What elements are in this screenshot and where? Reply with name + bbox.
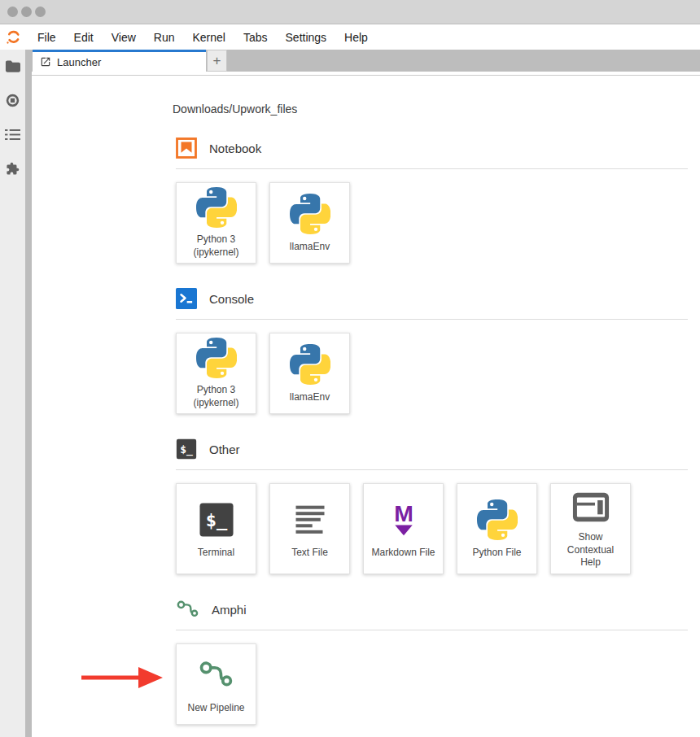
sidebar-item-running-kernels[interactable] [4, 93, 22, 111]
section-divider [176, 319, 688, 320]
section-label: Notebook [209, 142, 261, 155]
python-icon [290, 343, 330, 386]
menu-edit[interactable]: Edit [65, 31, 103, 44]
card-row: New Pipeline [176, 643, 688, 725]
svg-text:$_: $_ [205, 510, 227, 530]
section-console: ConsolePython 3 (ipykernel)llamaEnv [176, 288, 688, 414]
section-label: Console [209, 292, 254, 306]
window-titlebar [0, 0, 700, 24]
card-label: Show Contextual Help [556, 531, 625, 569]
menu-view[interactable]: View [103, 31, 145, 44]
launcher-panel: Downloads/Upwork_files NotebookPython 3 … [32, 76, 700, 737]
tab-launcher[interactable]: Launcher [33, 50, 206, 72]
menu-kernel[interactable]: Kernel [183, 31, 234, 44]
menu-bar: FileEditViewRunKernelTabsSettingsHelp [0, 24, 700, 50]
terminal-icon: $_ [199, 499, 234, 541]
traffic-light-minimize[interactable] [21, 7, 32, 17]
launcher-tab-icon [40, 56, 51, 68]
card-label: llamaEnv [290, 391, 330, 404]
card-show-contextual-help[interactable]: Show Contextual Help [550, 483, 631, 574]
current-directory-path: Downloads/Upwork_files [173, 102, 688, 116]
card-python-3-ipykernel[interactable]: Python 3 (ipykernel) [176, 182, 256, 264]
traffic-light-zoom[interactable] [35, 7, 46, 17]
card-label: Text File [291, 547, 328, 560]
sidebar-item-extension-manager[interactable] [4, 161, 22, 179]
section-label: Amphi [212, 603, 247, 617]
text-file-icon [295, 499, 326, 541]
terminal-icon: $_ [176, 438, 197, 460]
left-activity-bar [0, 50, 25, 737]
traffic-light-close[interactable] [7, 7, 18, 17]
pipeline-icon [176, 600, 199, 619]
tab-label: Launcher [57, 56, 101, 68]
card-llamaenv[interactable]: llamaEnv [269, 182, 350, 264]
card-llamaenv[interactable]: llamaEnv [269, 333, 350, 414]
section-divider [176, 630, 688, 630]
red-arrow-annotation [81, 666, 163, 689]
svg-text:M: M [394, 503, 413, 526]
section-other-header: $_Other [176, 438, 688, 460]
menu-file[interactable]: File [28, 31, 65, 44]
section-console-header: Console [176, 288, 688, 309]
card-row: $_TerminalText FileMMarkdown FilePython … [176, 483, 688, 574]
python-icon [477, 499, 518, 541]
python-icon [196, 338, 237, 378]
card-text-file[interactable]: Text File [269, 483, 350, 574]
folder-icon [5, 59, 20, 76]
tab-bar: Launcher + [32, 50, 700, 72]
sidebar-item-table-of-contents[interactable] [4, 127, 22, 145]
console-icon [176, 288, 197, 309]
new-tab-button[interactable]: + [207, 50, 227, 72]
puzzle-icon [5, 162, 20, 179]
card-new-pipeline[interactable]: New Pipeline [176, 643, 256, 725]
toc-list-icon [5, 128, 20, 145]
card-label: Markdown File [371, 547, 435, 560]
section-other: $_Other$_TerminalText FileMMarkdown File… [176, 438, 688, 574]
pipeline-icon [198, 654, 234, 696]
card-markdown-file[interactable]: MMarkdown File [363, 483, 444, 574]
section-amphi: AmphiNew Pipeline [176, 599, 688, 725]
card-python-3-ipykernel[interactable]: Python 3 (ipykernel) [176, 333, 256, 414]
card-label: New Pipeline [187, 702, 244, 715]
card-terminal[interactable]: $_Terminal [176, 483, 256, 574]
menu-run[interactable]: Run [145, 31, 184, 44]
sidebar-item-file-browser[interactable] [4, 59, 22, 76]
section-notebook-header: Notebook [176, 137, 688, 159]
notebook-icon [176, 137, 197, 159]
section-divider [176, 469, 688, 470]
card-row: Python 3 (ipykernel)llamaEnv [176, 182, 688, 264]
card-label: Python File [472, 547, 521, 560]
card-row: Python 3 (ipykernel)llamaEnv [176, 333, 688, 414]
amphi-logo-icon [3, 28, 23, 47]
card-label: Python 3 (ipykernel) [182, 233, 251, 259]
running-circle-icon [5, 94, 20, 111]
section-notebook: NotebookPython 3 (ipykernel)llamaEnv [176, 137, 688, 264]
card-python-file[interactable]: Python File [457, 483, 537, 574]
menu-settings[interactable]: Settings [277, 31, 336, 44]
svg-text:$_: $_ [180, 443, 193, 456]
contextual-help-icon [572, 488, 610, 525]
section-label: Other [209, 443, 240, 456]
python-icon [290, 193, 330, 235]
python-icon [196, 187, 237, 228]
markdown-icon: M [388, 499, 419, 541]
card-label: Python 3 (ipykernel) [182, 384, 251, 409]
menu-help[interactable]: Help [335, 31, 377, 44]
card-label: Terminal [198, 547, 234, 560]
sidebar-divider[interactable] [25, 50, 32, 737]
section-amphi-header: Amphi [176, 599, 688, 620]
menu-tabs[interactable]: Tabs [234, 31, 277, 44]
section-divider [176, 168, 688, 169]
card-label: llamaEnv [290, 241, 330, 254]
